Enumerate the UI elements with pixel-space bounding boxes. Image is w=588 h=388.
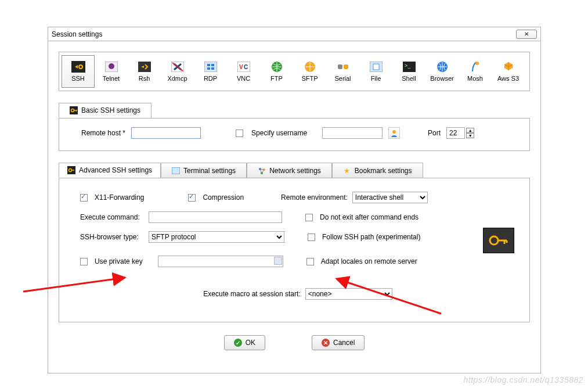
tab-basic-ssh[interactable]: Basic SSH settings (59, 103, 151, 118)
key-artwork (483, 228, 514, 253)
protocol-label: Rsh (139, 75, 150, 82)
username-input[interactable] (322, 127, 383, 139)
browser-icon (435, 61, 449, 73)
star-icon: ★ (343, 167, 351, 175)
svg-point-24 (475, 62, 479, 65)
use-private-key-checkbox[interactable] (80, 258, 88, 265)
svg-rect-18 (344, 64, 348, 69)
vnc-icon: VC (237, 61, 251, 73)
protocol-sftp[interactable]: SFTP (293, 55, 326, 88)
cancel-button[interactable]: ✕ Cancel (312, 335, 365, 350)
do-not-exit-checkbox[interactable] (305, 214, 313, 221)
network-icon (258, 167, 266, 175)
protocol-ssh[interactable]: SSH (62, 55, 95, 88)
follow-ssh-path-checkbox[interactable] (308, 233, 315, 241)
remote-host-label: Remote host * (81, 129, 125, 137)
protocol-file[interactable]: File (359, 55, 392, 88)
tab-terminal-settings[interactable]: Terminal settings (161, 163, 247, 178)
svg-rect-4 (138, 62, 151, 72)
port-spin-up[interactable]: ▲ (466, 128, 474, 133)
tab-label: Advanced SSH settings (79, 166, 152, 174)
remote-environment-label: Remote environment: (281, 193, 348, 202)
use-private-key-label: Use private key (95, 257, 143, 265)
compression-checkbox[interactable] (188, 194, 196, 202)
protocol-xdmcp[interactable]: Xdmcp (161, 55, 194, 88)
compression-label: Compression (203, 193, 244, 202)
x11-forwarding-checkbox[interactable] (80, 194, 88, 202)
terminal-icon (172, 167, 180, 175)
protocol-label: SSH (71, 75, 85, 82)
titlebar: Session settings ✕ (48, 27, 540, 41)
advanced-section: Advanced SSH settings Terminal settings … (59, 178, 530, 322)
execute-command-label: Execute command: (80, 213, 144, 221)
adapt-locales-checkbox[interactable] (306, 258, 314, 265)
protocol-label: Shell (402, 75, 416, 82)
protocol-rsh[interactable]: Rsh (128, 55, 161, 88)
svg-point-27 (392, 130, 396, 134)
svg-rect-9 (211, 64, 214, 66)
remote-host-input[interactable] (131, 127, 201, 139)
rsh-icon (138, 61, 151, 73)
svg-point-3 (109, 63, 114, 69)
protocol-vnc[interactable]: VC VNC (227, 55, 260, 88)
key-icon (67, 166, 75, 174)
protocol-label: Mosh (467, 75, 483, 82)
mosh-icon (468, 61, 482, 73)
ssh-icon (71, 61, 85, 73)
ok-label: OK (246, 339, 255, 347)
ok-button[interactable]: ✓ OK (224, 335, 265, 350)
xdmcp-icon (171, 61, 185, 73)
protocol-label: Browser (430, 75, 453, 82)
tab-label: Terminal settings (183, 167, 236, 175)
dialog-title: Session settings (52, 30, 516, 38)
tab-network-settings[interactable]: Network settings (247, 163, 332, 178)
svg-text:C: C (244, 64, 248, 70)
dialog-button-bar: ✓ OK ✕ Cancel (48, 335, 540, 350)
protocol-rdp[interactable]: RDP (194, 55, 227, 88)
tab-bookmark-settings[interactable]: ★ Bookmark settings (332, 163, 423, 178)
execute-macro-select[interactable]: <none> (305, 288, 392, 300)
file-icon (369, 61, 383, 73)
basic-ssh-section: Basic SSH settings Remote host * Specify… (59, 118, 530, 151)
adapt-locales-label: Adapt locales on remote server (321, 257, 417, 265)
watermark: https://blog.csdn.net/q1335882 (464, 375, 583, 385)
execute-command-input[interactable] (149, 211, 282, 223)
ftp-icon (270, 61, 284, 73)
rdp-icon (204, 61, 218, 73)
svg-rect-8 (207, 64, 210, 66)
x11-forwarding-label: X11-Forwarding (95, 193, 144, 202)
sftp-icon (303, 61, 317, 73)
svg-rect-10 (207, 67, 210, 70)
svg-rect-30 (172, 167, 180, 174)
protocol-label: Xdmcp (167, 75, 187, 82)
svg-rect-20 (373, 64, 379, 70)
serial-icon (336, 61, 350, 73)
close-button[interactable]: ✕ (516, 30, 537, 39)
protocol-telnet[interactable]: Telnet (95, 55, 128, 88)
tab-advanced-ssh[interactable]: Advanced SSH settings (59, 163, 161, 178)
remote-environment-select[interactable]: Interactive shell (352, 192, 428, 203)
svg-rect-11 (211, 67, 214, 70)
specify-username-checkbox[interactable] (236, 130, 243, 137)
specify-username-label: Specify username (251, 129, 307, 137)
key-icon (70, 106, 78, 114)
cancel-label: Cancel (333, 339, 355, 347)
port-spin-down[interactable]: ▼ (466, 133, 474, 138)
private-key-path-input[interactable] (158, 256, 283, 267)
port-input[interactable] (446, 127, 465, 139)
tab-label: Network settings (269, 167, 321, 175)
protocol-label: Serial (334, 75, 351, 82)
ssh-browser-type-select[interactable]: SFTP protocol (149, 231, 284, 243)
protocol-aws-s3[interactable]: Aws S3 (492, 55, 525, 88)
protocol-label: VNC (237, 75, 250, 82)
protocol-ftp[interactable]: FTP (260, 55, 293, 88)
protocol-mosh[interactable]: Mosh (459, 55, 492, 88)
protocol-browser[interactable]: Browser (425, 55, 459, 88)
protocol-label: File (371, 75, 381, 82)
protocol-shell[interactable]: >_ Shell (392, 55, 425, 88)
ok-icon: ✓ (234, 339, 242, 347)
execute-macro-label: Execute macro at session start: (203, 290, 300, 298)
user-picker-button[interactable] (388, 127, 400, 139)
protocol-serial[interactable]: Serial (326, 55, 359, 88)
follow-ssh-path-label: Follow SSH path (experimental) (322, 233, 420, 241)
